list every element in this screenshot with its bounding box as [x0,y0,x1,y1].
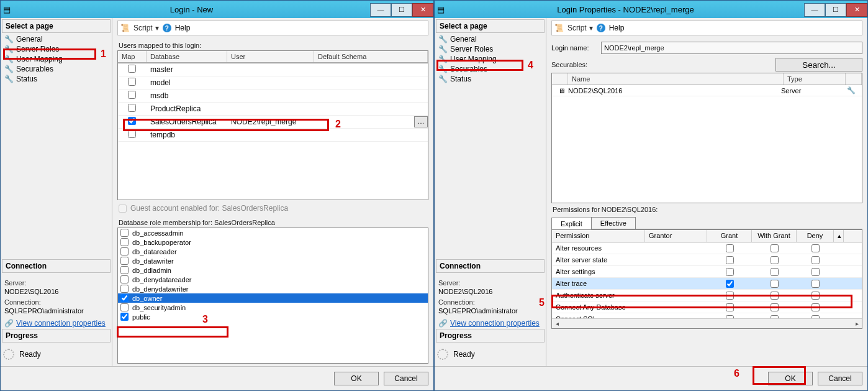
withgrant-checkbox[interactable] [771,303,779,311]
permission-row[interactable]: Alter resources [552,242,862,254]
withgrant-checkbox[interactable] [771,280,779,288]
permission-row[interactable]: Connect Any Database [552,301,862,313]
grant-checkbox[interactable] [726,280,734,288]
db-row[interactable]: tempdb [118,129,428,142]
map-checkbox[interactable] [128,104,136,112]
deny-checkbox[interactable] [811,256,820,264]
script-button[interactable]: Script ▾ [567,24,593,32]
db-row[interactable]: master [118,63,428,76]
role-checkbox[interactable] [120,247,129,255]
db-row[interactable]: msdb [118,90,428,103]
role-list[interactable]: db_accessadmindb_backupoperatordb_datare… [117,228,428,364]
securable-row[interactable]: 🖥 NODE2\SQL2016 Server 🔧 [552,85,862,96]
grant-checkbox[interactable] [726,256,734,264]
ok-button[interactable]: OK [768,372,813,385]
minimize-button[interactable]: — [370,3,391,17]
page-status[interactable]: 🔧Status [2,74,111,84]
grant-checkbox[interactable] [726,303,734,311]
maximize-button[interactable]: ☐ [391,3,412,17]
withgrant-checkbox[interactable] [771,292,779,300]
map-checkbox[interactable] [128,130,136,138]
tab-effective[interactable]: Effective [591,217,636,229]
db-row[interactable]: model [118,76,428,90]
close-button[interactable]: ✕ [846,3,867,17]
cancel-button[interactable]: Cancel [818,372,862,385]
db-row[interactable]: ProductReplica [118,103,428,116]
connection-properties-icon: 🔗 [4,319,14,328]
withgrant-checkbox[interactable] [771,268,779,276]
minimize-button[interactable]: — [804,3,825,17]
permissions-label: Permissions for NODE2\SQL2016: [553,206,862,213]
securables-grid[interactable]: Name Type 🖥 NODE2\SQL2016 Server 🔧 [551,73,862,203]
page-securables[interactable]: 🔧Securables [436,64,545,74]
role-item[interactable]: db_accessadmin [118,228,428,237]
role-item[interactable]: public [118,312,428,321]
grant-checkbox[interactable] [726,244,734,252]
deny-checkbox[interactable] [811,292,820,300]
db-row[interactable]: SalesOrdersReplica NODE2\repl_merge … [118,116,428,129]
role-item[interactable]: db_datawriter [118,256,428,265]
page-server-roles[interactable]: 🔧Server Roles [2,44,111,54]
view-connection-link[interactable]: View connection properties [450,319,540,328]
permissions-grid[interactable]: Permission Grantor Grant With Grant Deny… [551,229,862,329]
page-securables[interactable]: 🔧Securables [2,64,111,74]
close-button[interactable]: ✕ [412,3,433,17]
role-checkbox[interactable] [120,229,129,237]
maximize-button[interactable]: ☐ [825,3,846,17]
schema-browse-button[interactable]: … [414,116,428,127]
role-checkbox[interactable] [120,313,129,321]
permission-row[interactable]: Authenticate server [552,290,862,301]
role-item[interactable]: db_backupoperator [118,237,428,247]
page-user-mapping[interactable]: 🔧User Mapping [436,54,545,64]
wrench-icon: 🔧 [4,65,13,73]
page-status[interactable]: 🔧Status [436,74,545,84]
map-checkbox[interactable] [128,78,136,86]
map-checkbox[interactable] [128,91,136,99]
map-checkbox[interactable] [128,117,136,125]
role-checkbox[interactable] [120,266,129,274]
role-checkbox[interactable] [120,303,129,311]
role-item[interactable]: db_owner [118,293,428,303]
role-checkbox[interactable] [120,294,129,302]
role-item[interactable]: db_denydatawriter [118,284,428,293]
deny-checkbox[interactable] [811,268,820,276]
withgrant-checkbox[interactable] [771,244,779,252]
role-checkbox[interactable] [120,238,129,246]
help-button[interactable]: Help [175,24,191,32]
grant-checkbox[interactable] [726,268,734,276]
search-button[interactable]: Search... [775,58,862,71]
page-general[interactable]: 🔧General [436,34,545,44]
permission-row[interactable]: Connect SQL [552,313,862,318]
script-button[interactable]: Script ▾ [133,24,159,32]
help-button[interactable]: Help [609,24,625,32]
db-grid-body[interactable]: master model msdb ProductReplica SalesOr… [117,63,428,200]
scroll-up-icon[interactable]: ▴ [834,230,844,242]
role-item[interactable]: db_denydatareader [118,275,428,284]
role-item[interactable]: db_securityadmin [118,303,428,312]
scroll-left-icon[interactable]: ◂ [552,320,562,327]
deny-checkbox[interactable] [811,244,820,252]
scroll-right-icon[interactable]: ▸ [852,320,862,327]
page-server-roles[interactable]: 🔧Server Roles [436,44,545,54]
role-checkbox[interactable] [120,257,129,265]
ok-button[interactable]: OK [334,372,379,385]
grant-checkbox[interactable] [726,292,734,300]
role-item[interactable]: db_datareader [118,247,428,256]
role-checkbox[interactable] [120,275,129,283]
map-checkbox[interactable] [128,65,136,73]
cancel-button[interactable]: Cancel [384,372,428,385]
tab-explicit[interactable]: Explicit [551,218,592,229]
deny-checkbox[interactable] [811,303,820,311]
role-checkbox[interactable] [120,285,129,293]
properties-icon[interactable]: 🔧 [843,86,859,94]
page-user-mapping[interactable]: 🔧User Mapping [2,54,111,64]
page-general[interactable]: 🔧General [2,34,111,44]
permission-row[interactable]: Alter settings [552,266,862,278]
progress-status: Ready [453,350,475,359]
deny-checkbox[interactable] [811,280,820,288]
permission-row[interactable]: Alter trace [552,278,862,290]
role-item[interactable]: db_ddladmin [118,265,428,275]
withgrant-checkbox[interactable] [771,256,779,264]
view-connection-link[interactable]: View connection properties [16,319,106,328]
permission-row[interactable]: Alter server state [552,254,862,266]
